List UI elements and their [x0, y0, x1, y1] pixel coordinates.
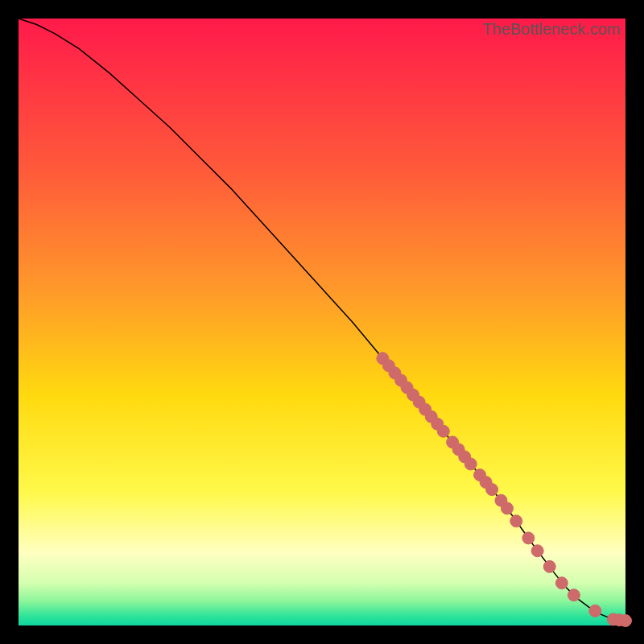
data-marker [486, 484, 498, 496]
data-marker [589, 605, 601, 617]
data-marker [555, 577, 568, 589]
data-marker [464, 458, 477, 470]
data-marker [437, 425, 449, 437]
curve-path [19, 19, 625, 621]
data-marker [531, 545, 543, 557]
markers-group [377, 353, 632, 627]
data-marker [543, 560, 555, 572]
data-marker [510, 515, 522, 527]
chart-overlay [19, 19, 625, 625]
data-marker [620, 614, 632, 626]
data-marker [501, 502, 513, 514]
data-marker [568, 589, 580, 601]
plot-area: TheBottleneck.com [19, 19, 625, 625]
data-marker [522, 532, 535, 544]
